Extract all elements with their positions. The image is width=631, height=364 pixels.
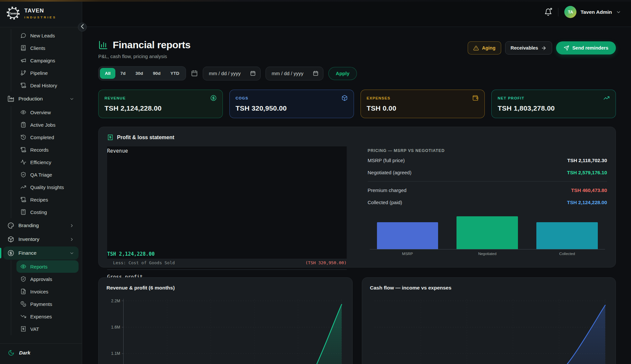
pricing-section: PRICING — MSRP VS NEGOTIATED MSRP (full … <box>368 146 607 259</box>
apply-button[interactable]: Apply <box>328 67 357 80</box>
sidebar-item-pipeline[interactable]: Pipeline <box>16 67 79 79</box>
sidebar-item-finance[interactable]: Finance <box>3 246 79 260</box>
sidebar-item-label: Deal History <box>30 83 57 88</box>
bar-collected <box>536 222 598 249</box>
sidebar-item-overview[interactable]: Overview <box>16 106 79 118</box>
revenue-chart-title: Revenue & profit (6 months) <box>106 285 344 291</box>
sidebar-item-label: Inventory <box>18 236 65 242</box>
chevron-left-icon <box>78 22 86 32</box>
sidebar-item-costing[interactable]: Costing <box>16 206 79 218</box>
pricing-row-premium-charged: Premium charged TSH 460,473.80 <box>368 184 607 196</box>
sidebar-item-campaigns[interactable]: Campaigns <box>16 54 79 67</box>
calendar-icon <box>191 70 198 77</box>
svg-text:1.1M: 1.1M <box>111 351 120 356</box>
pnl-row-value: TSH 2,124,228.00 <box>107 251 155 257</box>
date-to-placeholder: mm / dd / yyyy <box>272 71 304 76</box>
calendar-icon <box>250 71 256 76</box>
sidebar-item-new-leads[interactable]: New Leads <box>16 29 79 42</box>
pnl-panel: Profit & loss statement Revenue TSH 2,12… <box>98 127 616 268</box>
pricing-row-label: MSRP (full price) <box>368 158 405 163</box>
date-from-input[interactable]: mm / dd / yyyy <box>203 67 261 80</box>
pnl-row-revenue: Revenue TSH 2,124,228.00 <box>107 146 347 259</box>
calculator-icon <box>20 209 26 215</box>
cashflow-chart-title: Cash flow — income vs expenses <box>370 285 608 291</box>
sidebar-item-branding[interactable]: Branding <box>3 219 79 232</box>
clipboard-icon <box>20 122 26 128</box>
package-icon <box>341 95 348 101</box>
bar-msrp <box>377 222 438 249</box>
sidebar-item-label: Costing <box>30 209 47 215</box>
sidebar-item-production[interactable]: Production <box>3 92 79 105</box>
range-90d-button[interactable]: 90d <box>148 68 165 79</box>
git-branch-icon <box>20 70 26 76</box>
sidebar-item-expenses[interactable]: Expenses <box>16 310 79 323</box>
bell-icon <box>544 11 552 17</box>
date-to-input[interactable]: mm / dd / yyyy <box>266 67 323 80</box>
topbar-divider <box>558 8 558 16</box>
aging-button[interactable]: Aging <box>468 41 501 54</box>
chat-icon <box>20 32 26 38</box>
sidebar-item-active-jobs[interactable]: Active Jobs <box>16 118 79 131</box>
sidebar-item-recipes[interactable]: Recipes <box>16 193 79 206</box>
sidebar-item-reports[interactable]: Reports <box>16 260 79 273</box>
pricing-divider <box>368 181 607 182</box>
range-all-button[interactable]: All <box>100 68 115 79</box>
kpi-label: NET PROFIT <box>498 96 524 100</box>
palette-icon <box>8 222 14 229</box>
user-menu[interactable]: TA Taven Admin <box>564 6 621 18</box>
pricing-bar-chart <box>377 216 598 249</box>
sidebar-item-label: Production <box>18 96 65 102</box>
sidebar-item-invoices[interactable]: Invoices <box>16 285 79 298</box>
button-label: Aging <box>482 45 495 51</box>
activity-icon <box>20 159 26 165</box>
receivables-button[interactable]: Receivables <box>505 41 552 54</box>
sidebar-item-clients[interactable]: Clients <box>16 42 79 54</box>
dollar-circle-icon <box>8 250 14 256</box>
sidebar-item-label: Finance <box>18 250 65 256</box>
sidebar-item-label: Active Jobs <box>30 122 56 128</box>
brand-name: TAVEN <box>24 8 57 14</box>
cash-flow-chart <box>370 296 608 364</box>
range-ytd-button[interactable]: YTD <box>166 68 184 79</box>
sidebar-item-label: Invoices <box>30 289 48 294</box>
sidebar-item-records[interactable]: Records <box>16 143 79 156</box>
sidebar-item-deal-history[interactable]: Deal History <box>16 79 79 92</box>
chevron-right-icon <box>69 223 74 228</box>
main-area: TA Taven Admin Financial reports P&L, ca… <box>82 0 631 364</box>
sidebar-item-completed[interactable]: Completed <box>16 131 79 143</box>
sidebar-item-label: Recipes <box>30 197 48 203</box>
history-icon <box>20 134 26 140</box>
wallet-icon <box>472 95 479 101</box>
brand-tagline: INDUSTRIES <box>24 15 57 19</box>
svg-text:2.2M: 2.2M <box>111 298 120 303</box>
range-30d-button[interactable]: 30d <box>130 68 148 79</box>
sidebar-item-approvals[interactable]: Approvals <box>16 273 79 285</box>
sidebar-item-label: Completed <box>30 135 54 140</box>
sidebar-item-vat[interactable]: VAT <box>16 323 79 335</box>
sidebar-item-quality-insights[interactable]: Quality Insights <box>16 181 79 193</box>
pnl-row-label: Revenue <box>107 148 128 154</box>
sidebar-item-efficiency[interactable]: Efficiency <box>16 156 79 168</box>
pricing-row-value: TSH 460,473.80 <box>571 187 607 193</box>
theme-toggle[interactable]: Dark <box>0 343 82 364</box>
sidebar-item-label: Campaigns <box>30 58 55 63</box>
kpi-label: COGS <box>236 96 248 100</box>
trend-down-icon <box>20 313 26 319</box>
pricing-row-collected-paid: Collected (paid) TSH 2,124,228.00 <box>368 196 607 208</box>
sidebar-collapse-button[interactable] <box>78 23 87 32</box>
eye-icon <box>20 264 26 269</box>
pricing-row-msrp-full-price: MSRP (full price) TSH 2,118,702.30 <box>368 154 607 166</box>
sidebar-item-inventory[interactable]: Inventory <box>3 233 79 246</box>
send-reminders-button[interactable]: Send reminders <box>556 41 616 54</box>
pnl-row-value: (TSH 320,950.00) <box>305 260 346 265</box>
pricing-heading: PRICING — MSRP VS NEGOTIATED <box>368 146 607 154</box>
kpi-value: TSH 1,803,278.00 <box>498 104 610 112</box>
sidebar-item-label: Expenses <box>30 314 52 319</box>
range-7d-button[interactable]: 7d <box>115 68 130 79</box>
sidebar-item-payments[interactable]: Payments <box>16 298 79 310</box>
pnl-title: Profit & loss statement <box>117 135 174 140</box>
kpi-value: TSH 0.00 <box>367 104 479 112</box>
active-section-accent <box>0 248 1 258</box>
sidebar-item-qa-triage[interactable]: QA Triage <box>16 168 79 181</box>
notifications-button[interactable] <box>544 8 552 16</box>
